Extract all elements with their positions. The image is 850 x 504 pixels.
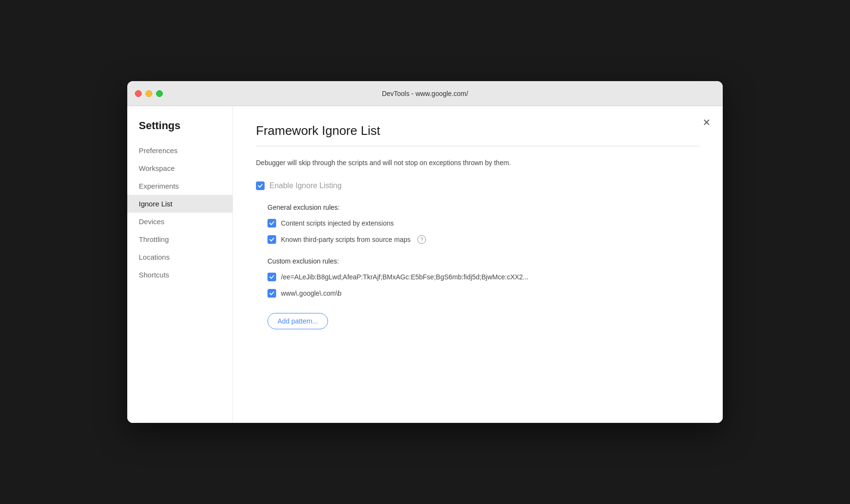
enable-ignore-listing-checkbox[interactable] [256,181,265,190]
sidebar-item-locations[interactable]: Locations [127,248,232,266]
settings-sidebar: Settings Preferences Workspace Experimen… [127,106,233,423]
third-party-scripts-label: Known third-party scripts from source ma… [281,236,411,243]
title-divider [256,146,700,146]
custom-rule-2-row: www\.google\.com\b [267,289,700,298]
custom-rule-1-row: /ee=ALeJib:B8gLwd;AfeaP:TkrAjf;BMxAGc:E5… [267,273,700,281]
custom-exclusion-section: Custom exclusion rules: /ee=ALeJib:B8gLw… [256,257,700,329]
general-rule-1-row: Content scripts injected by extensions [267,219,700,228]
content-scripts-label: Content scripts injected by extensions [281,219,394,227]
sidebar-item-ignore-list[interactable]: Ignore List [127,195,232,213]
general-rule-2-row: Known third-party scripts from source ma… [267,235,700,244]
enable-ignore-listing-label: Enable Ignore Listing [269,181,341,190]
sidebar-item-preferences[interactable]: Preferences [127,142,232,159]
close-button[interactable]: ✕ [700,116,713,129]
traffic-lights [135,90,163,97]
titlebar-title: DevTools - www.google.com/ [382,90,468,97]
help-icon[interactable]: ? [417,235,426,244]
sidebar-item-workspace[interactable]: Workspace [127,159,232,177]
minimize-traffic-light[interactable] [146,90,152,97]
devtools-window: DevTools - www.google.com/ Settings Pref… [127,81,723,423]
enable-ignore-listing-row: Enable Ignore Listing [256,181,700,190]
page-description: Debugger will skip through the scripts a… [256,158,700,168]
general-exclusion-section: General exclusion rules: Content scripts… [256,204,700,244]
add-pattern-button[interactable]: Add pattern... [267,313,328,329]
custom-rule-2-checkbox[interactable] [267,289,276,298]
settings-content: Settings Preferences Workspace Experimen… [127,106,723,423]
sidebar-item-shortcuts[interactable]: Shortcuts [127,266,232,284]
close-traffic-light[interactable] [135,90,142,97]
main-panel: ✕ Framework Ignore List Debugger will sk… [233,106,723,423]
custom-rule-1-checkbox[interactable] [267,273,276,281]
content-scripts-checkbox[interactable] [267,219,276,228]
sidebar-item-throttling[interactable]: Throttling [127,230,232,248]
custom-rule-2-label: www\.google\.com\b [281,289,341,297]
page-title: Framework Ignore List [256,123,700,138]
settings-heading: Settings [127,120,232,142]
sidebar-item-devices[interactable]: Devices [127,213,232,230]
general-exclusion-label: General exclusion rules: [267,204,700,211]
third-party-scripts-checkbox[interactable] [267,235,276,244]
titlebar: DevTools - www.google.com/ [127,81,723,106]
custom-exclusion-label: Custom exclusion rules: [267,257,700,265]
custom-rule-1-label: /ee=ALeJib:B8gLwd;AfeaP:TkrAjf;BMxAGc:E5… [281,273,529,281]
sidebar-item-experiments[interactable]: Experiments [127,177,232,195]
maximize-traffic-light[interactable] [156,90,163,97]
